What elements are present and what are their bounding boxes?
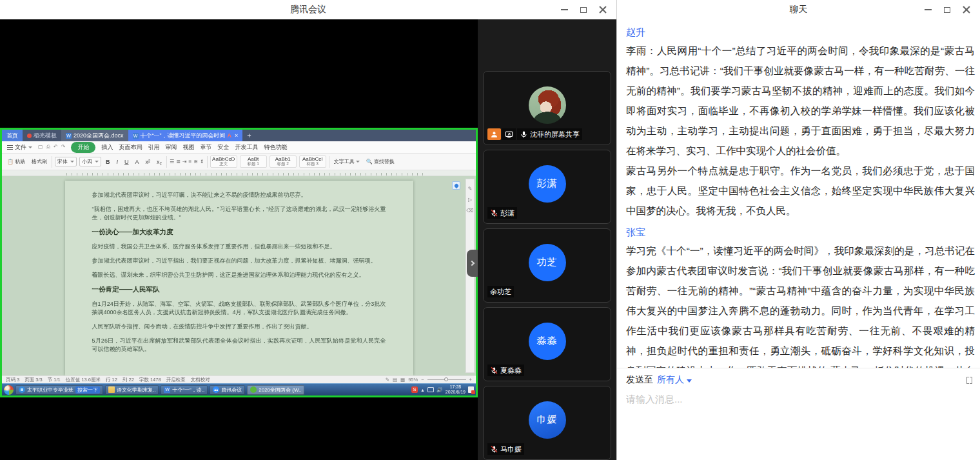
search-icon: 🔍 <box>366 159 373 165</box>
status-word-count[interactable]: 字数 1478 <box>139 377 161 383</box>
line-spacing-icon[interactable]: ⇕ <box>200 159 204 165</box>
close-button[interactable] <box>957 0 976 19</box>
file-menu[interactable]: 文件 <box>7 143 32 152</box>
web-view-icon[interactable]: ▦ <box>400 377 405 383</box>
font-size-select[interactable]: 小四 <box>79 157 101 166</box>
text-tool-button[interactable]: 文字工具 <box>332 157 362 166</box>
underline-button[interactable]: U <box>122 158 131 166</box>
pen-icon[interactable]: ✎ <box>468 186 473 192</box>
message-input[interactable] <box>626 394 972 405</box>
redo-icon[interactable]: ↷ <box>61 144 66 150</box>
bullet-list-icon[interactable]: ☰ <box>170 159 174 165</box>
tray-expand-icon[interactable]: ▲ <box>420 388 425 392</box>
wps-tab-doc2-active[interactable]: W十个“一”，读懂习近平的两会时间A× <box>128 130 243 141</box>
participant-name: 马巾媛 <box>500 445 522 454</box>
menu-item-start[interactable]: 开始 <box>71 142 95 153</box>
save-icon[interactable]: ▢ <box>38 144 43 150</box>
view-zoom-controls: ✎ ▤ ▦ 95% − + <box>386 377 472 383</box>
close-button[interactable] <box>593 0 612 19</box>
menu-item-review[interactable]: 审阅 <box>165 143 177 152</box>
bookmark-pin-button[interactable] <box>452 181 460 190</box>
taskbar-item-wps-doc[interactable]: W十个“一”，读.. <box>161 385 208 395</box>
menu-item-page-layout[interactable]: 页面布局 <box>119 143 142 152</box>
paste-button[interactable]: 📋粘贴 <box>5 157 27 166</box>
taskbar-item-folder[interactable]: 语文化学期末复.. <box>105 385 159 395</box>
wps-tab-doc1[interactable]: W2020全国两会.docx <box>61 130 128 141</box>
speaker-icon[interactable]: 🔊 <box>436 387 443 393</box>
popout-icon[interactable] <box>966 377 972 384</box>
menu-item-insert[interactable]: 插入 <box>101 143 113 152</box>
new-tab-button[interactable]: + <box>242 130 255 141</box>
avatar: 淼淼 <box>529 323 566 360</box>
tab-label: 十个“一”，读懂习近平的两会时间 <box>141 132 226 140</box>
minimize-button[interactable] <box>554 0 574 19</box>
undo-icon[interactable]: ↶ <box>54 144 58 150</box>
align-left-icon[interactable]: ≡ <box>189 159 192 165</box>
align-center-icon[interactable]: ≋ <box>193 159 198 165</box>
find-replace-button[interactable]: 🔍查找替换 <box>364 157 397 166</box>
doc-paragraph: 着眼长远、谋划未来，织牢织密公共卫生防护网，这正是推进国家治理体系和治理能力现代… <box>92 271 386 279</box>
panel-collapse-handle[interactable] <box>467 250 478 277</box>
system-tray: S ▲ 🔊 17:282020/6/19 <box>411 385 474 395</box>
taskbar-item-tencent-meeting[interactable]: 腾讯会议 <box>210 385 245 395</box>
tab-label: 稻壳模板 <box>34 132 57 140</box>
bold-button[interactable]: B <box>104 158 112 166</box>
wps-tab-home[interactable]: 首页 <box>2 130 23 141</box>
edit-mode-icon[interactable]: ✎ <box>386 377 389 383</box>
taskbar-clock[interactable]: 17:282020/6/19 <box>446 385 466 395</box>
menu-item-references[interactable]: 引用 <box>148 143 159 152</box>
network-icon[interactable] <box>427 387 434 392</box>
minimize-icon <box>925 9 932 10</box>
print-icon[interactable]: ⎙ <box>46 144 50 150</box>
number-list-icon[interactable]: ≣ <box>176 159 181 165</box>
participant-tile-sharing[interactable]: 沈菲的屏幕共享 <box>483 71 611 145</box>
menu-item-dev-tools[interactable]: 开发工具 <box>235 143 258 152</box>
style-body-text[interactable]: AaBbCcD正文 <box>210 155 237 168</box>
bracket-left <box>966 377 969 384</box>
menu-item-section[interactable]: 章节 <box>200 143 211 152</box>
participant-tile[interactable]: 功芝 余功芝 <box>483 228 611 303</box>
indent-icon[interactable]: ⇥ <box>182 159 187 165</box>
zoom-in-button[interactable]: + <box>469 377 472 383</box>
zoom-percent[interactable]: 95% <box>408 377 418 383</box>
style-heading-1[interactable]: AaBt标题 1 <box>240 155 267 168</box>
start-button[interactable] <box>4 385 14 395</box>
participant-tile[interactable]: 彭潇 彭潇 <box>483 150 611 224</box>
taskbar-item-browser[interactable]: 太平职业中专毕业班搜索一下 <box>15 385 103 395</box>
italic-button[interactable]: I <box>114 158 120 166</box>
cursor-icon[interactable]: ▷ <box>468 197 472 203</box>
minimize-button[interactable] <box>918 0 937 19</box>
zoom-slider-knob[interactable] <box>444 377 448 381</box>
maximize-button[interactable] <box>937 0 957 19</box>
participant-tile[interactable]: 淼淼 夏淼淼 <box>483 307 611 381</box>
style-heading-3[interactable]: AaBbCcI标题 3 <box>299 155 326 168</box>
screen-share-frame: 首页 稻壳模板 W2020全国两会.docx W十个“一”，读懂习近平的两会时间… <box>0 128 478 397</box>
sogou-input-icon[interactable]: S <box>411 386 418 393</box>
spellcheck-toggle[interactable]: 开启检查 <box>166 377 186 383</box>
menu-item-features[interactable]: 特色功能 <box>264 143 287 152</box>
tab-close-icon[interactable]: × <box>235 132 238 139</box>
mic-muted-icon <box>490 366 498 375</box>
maximize-button[interactable] <box>574 0 593 19</box>
bracket-right <box>970 377 972 384</box>
font-color-button[interactable]: A <box>133 158 141 166</box>
menu-item-security[interactable]: 安全 <box>217 143 229 152</box>
notification-icon[interactable] <box>468 386 474 393</box>
font-name-select[interactable]: 宋体 <box>55 157 77 166</box>
zoom-out-button[interactable]: − <box>421 377 424 383</box>
eraser-icon[interactable]: ⌫ <box>466 208 473 214</box>
document-page[interactable]: 参加湖北代表团审议时，习近平叮嘱，决不能让来之不易的疫情防控成果前功尽弃。 “我… <box>65 181 413 375</box>
superscript-button[interactable]: x² <box>144 158 153 166</box>
proofread-toggle[interactable]: 文档校对 <box>191 377 210 383</box>
send-to-selector[interactable]: 所有人 <box>657 374 692 386</box>
wps-tab-templates[interactable]: 稻壳模板 <box>23 130 61 141</box>
participant-tile[interactable]: 巾媛 马巾媛 <box>483 386 611 460</box>
page-view-icon[interactable]: ▤ <box>393 377 397 383</box>
subscript-button[interactable]: x₂ <box>155 158 164 166</box>
zoom-slider[interactable] <box>427 379 466 380</box>
doc-paragraph: 应对疫情，我国公共卫生体系、医疗服务体系发挥了重要作用，但也暴露出来一些短板和不… <box>92 243 386 251</box>
taskbar-item-doc-2020[interactable]: 2020全国两会 (W.. <box>247 385 304 395</box>
style-heading-2[interactable]: AaBb1标题 2 <box>270 155 297 168</box>
format-painter-button[interactable]: 格式刷 <box>30 157 49 166</box>
menu-item-view[interactable]: 视图 <box>182 143 194 152</box>
